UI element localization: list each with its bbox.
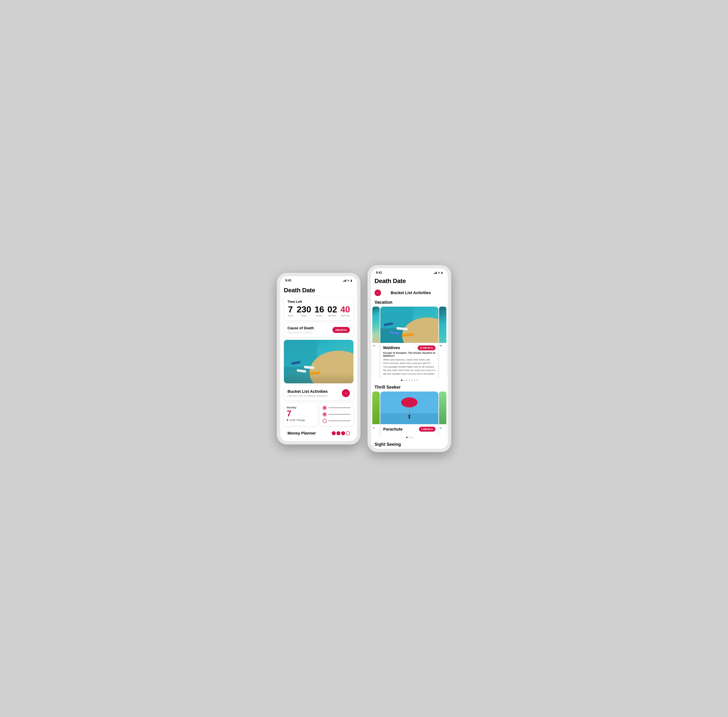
- right-header: ‹ Bucket List Activities: [371, 287, 448, 297]
- cause-price-badge[interactable]: 299,00 kr: [332, 327, 350, 333]
- coins-row: [332, 431, 350, 435]
- signal-icon: [343, 279, 346, 282]
- status-time-left: 9:41: [285, 279, 291, 282]
- app-title-left: Death Date: [284, 287, 353, 294]
- check-line-3: [329, 421, 350, 421]
- checkbox-3[interactable]: [323, 419, 327, 423]
- hours-label: Hours: [316, 314, 323, 317]
- years-label: Years: [288, 314, 294, 317]
- bucket-subtitle: Find your once in a lifetime adventure!: [288, 394, 328, 397]
- hours-item: 16 Hours: [314, 305, 324, 317]
- left-phone: 9:41 ⊛ ▮ Death Date Time Left: [277, 273, 360, 444]
- seconds-label: Seconds: [341, 314, 350, 317]
- maldives-name: Maldives: [383, 345, 400, 350]
- status-icons-right: ⊛ ▮: [434, 271, 443, 274]
- day-card: Monday 7 13:00 Therapy: [284, 403, 318, 426]
- years-value: 7: [288, 305, 293, 314]
- time-left-heading: Time Left: [288, 300, 350, 304]
- app-title-area-right: Death Date: [371, 276, 448, 284]
- coin-2: [337, 431, 340, 435]
- bucket-arrow-button[interactable]: ›: [342, 389, 350, 397]
- check-line-1: [329, 407, 350, 408]
- days-label: Days: [301, 314, 307, 317]
- signal-icon-right: [434, 272, 437, 274]
- maldives-card[interactable]: Maldives 15 999,00 kr Escape to Paradise…: [380, 307, 439, 378]
- bucket-left: Bucket List Activities Find your once in…: [288, 389, 328, 397]
- dot-7: [416, 380, 418, 381]
- coin-3: [341, 431, 345, 435]
- seconds-value: 40: [340, 305, 350, 314]
- cause-title: Cause of Death: [288, 326, 314, 330]
- seconds-item: 40 Seconds: [340, 305, 350, 317]
- checkbox-2[interactable]: [323, 412, 327, 416]
- dot-3: [406, 380, 408, 381]
- maldives-info: Maldives 15 999,00 kr Escape to Paradise…: [380, 343, 439, 378]
- thrill-heading: Thrill Seeker: [371, 383, 448, 392]
- years-item: 7 Years: [288, 305, 294, 317]
- maldives-description: White sand beaches, crystal clear water,…: [383, 358, 436, 376]
- check-row-3: [323, 419, 350, 423]
- time-left-card: Time Left 7 Years 230 Days 16 Hours: [284, 297, 353, 320]
- parachute-image: [380, 392, 439, 424]
- wifi-icon-right: ⊛: [438, 271, 440, 274]
- back-button[interactable]: ‹: [375, 290, 381, 296]
- parachute-info: Parachute 1 999,00 kr: [380, 424, 439, 435]
- day-number: 7: [287, 409, 315, 418]
- thrill-dot-2: [409, 437, 410, 438]
- maldives-desc-title: Escape to Paradise: The Dream Vacation t…: [383, 351, 436, 357]
- coin-1: [332, 431, 336, 435]
- svg-rect-21: [409, 416, 410, 419]
- money-planner-title: Money Planner: [288, 431, 316, 436]
- hours-value: 16: [314, 305, 324, 314]
- dot-5: [411, 380, 413, 381]
- days-item: 230 Days: [297, 305, 311, 317]
- beach-image: [284, 340, 353, 383]
- parachute-name: Parachute: [383, 427, 402, 432]
- thrill-dots: [371, 435, 448, 439]
- svg-point-16: [401, 397, 417, 407]
- thrill-dot-1: [406, 437, 408, 438]
- maldives-image: [380, 307, 439, 343]
- bucket-title: Bucket List Activities: [288, 389, 328, 394]
- thrill-partial-right: Sc: [439, 392, 446, 435]
- day-event: 13:00 Therapy: [287, 419, 315, 421]
- app-title-right: Death Date: [375, 278, 444, 284]
- thrill-dot-3: [411, 437, 413, 438]
- partial-left-card: kr: [372, 307, 379, 378]
- status-time-right: 9:41: [376, 271, 382, 275]
- dot-2: [404, 380, 405, 381]
- day-name: Monday: [287, 406, 315, 409]
- vacation-dots: [371, 378, 448, 383]
- svg-point-20: [408, 415, 410, 416]
- days-value: 230: [297, 305, 311, 314]
- status-bar-right: 9:41 ⊛ ▮: [371, 268, 448, 276]
- minutes-item: 02 Minutes: [327, 305, 337, 317]
- bucket-list-card: Bucket List Activities Find your once in…: [284, 386, 353, 400]
- status-bar-left: 9:41 ⊛ ▮: [280, 276, 357, 284]
- event-time: 13:00: [289, 419, 295, 421]
- check-line-2: [329, 414, 350, 415]
- cause-of-death-card: Cause of Death Pancreatic Cancer 299,00 …: [284, 323, 353, 337]
- coin-4: [346, 431, 350, 435]
- parachute-card[interactable]: Parachute 1 999,00 kr: [380, 392, 439, 435]
- wifi-icon: ⊛: [347, 279, 349, 282]
- check-row-2: [323, 412, 350, 416]
- money-planner-row: Money Planner: [284, 428, 353, 438]
- dot-4: [409, 380, 410, 381]
- dot-1: [401, 380, 402, 381]
- checkbox-1[interactable]: [323, 406, 327, 410]
- bottom-row: Monday 7 13:00 Therapy: [284, 403, 353, 426]
- beach-image-card: [284, 340, 353, 383]
- vacation-heading: Vacation: [371, 297, 448, 307]
- checklist-card: [320, 403, 353, 426]
- battery-icon: ▮: [350, 279, 352, 282]
- sight-heading: Sight Seeing: [371, 439, 448, 449]
- event-dot: [287, 419, 288, 421]
- minutes-label: Minutes: [328, 314, 337, 317]
- right-header-title: Bucket List Activities: [384, 290, 438, 295]
- right-phone: 9:41 ⊛ ▮ Death Date ‹ Bucket List Activi…: [368, 265, 451, 452]
- dot-6: [414, 380, 415, 381]
- maldives-price: 15 999,00 kr: [418, 345, 436, 350]
- maldives-title-row: Maldives 15 999,00 kr: [383, 345, 436, 350]
- cause-left: Cause of Death Pancreatic Cancer: [288, 326, 314, 334]
